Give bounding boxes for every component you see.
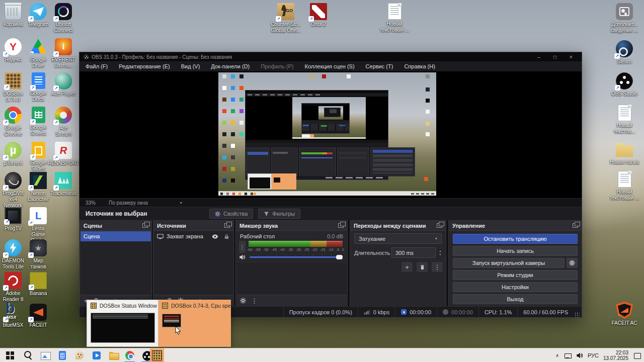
desktop-icon-text-file-1[interactable]: Новый текстов...: [609, 105, 640, 135]
mixer-settings-gear-icon[interactable]: [240, 298, 246, 304]
close-button[interactable]: ×: [565, 54, 578, 60]
network-icon[interactable]: [564, 351, 572, 359]
tray-chevron-up-icon[interactable]: ∧: [555, 353, 559, 358]
desktop-icon-google-drive[interactable]: ↗Google Drive: [25, 38, 51, 69]
stop-streaming-button[interactable]: Остановить трансляцию: [453, 234, 578, 244]
desktop-icon-trackmania[interactable]: ↗Trackmania: [50, 172, 76, 197]
menu-edit[interactable]: Редактирование (E): [119, 63, 170, 69]
language-indicator[interactable]: РУС: [588, 352, 599, 358]
duration-input[interactable]: 300 ms: [391, 247, 436, 258]
desktop-icon-lesta-game-center[interactable]: ↗Lesta Game Center: [25, 207, 51, 244]
menu-view[interactable]: Вид (V): [181, 63, 200, 69]
desktop-icon-yandex[interactable]: ↗Яндекс: [0, 38, 26, 63]
popout-icon[interactable]: [338, 223, 344, 228]
resize-grip[interactable]: [575, 312, 580, 317]
popout-icon[interactable]: [573, 223, 578, 228]
desktop-icon-everest[interactable]: ↗EVEREST Ultima...: [50, 38, 76, 69]
taskbar-movies-icon[interactable]: [91, 349, 103, 361]
menu-scene-collection[interactable]: Коллекция сцен (S): [304, 63, 354, 69]
desktop-icon-nexon-launcher[interactable]: ↗Nexon Launcher: [25, 172, 51, 203]
menu-help[interactable]: Справка (H): [404, 63, 435, 69]
exit-button[interactable]: Выход: [453, 294, 578, 304]
chevron-down-icon[interactable]: ▾: [180, 201, 182, 205]
taskbar-photos-icon[interactable]: [39, 349, 51, 361]
transition-menu-button[interactable]: ⋮: [432, 262, 443, 272]
desktop-icon-progtv[interactable]: ↗ProgTV: [0, 207, 26, 232]
desktop-icon-obs-studio[interactable]: ↗OBS Studio: [609, 72, 640, 97]
start-virtual-camera-button[interactable]: Запуск виртуальной камеры: [453, 258, 565, 268]
desktop-icon-rennsport[interactable]: ↗RENNSPORT: [50, 142, 76, 166]
desktop-icon-google-sheets[interactable]: ↗Google Sheets: [25, 107, 51, 137]
desktop-icon-photo-info[interactable]: Дополнит... сведения ...: [609, 3, 640, 34]
desktop-icon-google-docs[interactable]: ↗Google Docs: [25, 72, 51, 103]
studio-mode-button[interactable]: Режим студии: [453, 270, 578, 280]
maximize-button[interactable]: □: [548, 54, 561, 60]
taskbar-dosbox-button[interactable]: [150, 348, 164, 362]
desktop-icon-utorrent[interactable]: ↗µTorrent: [0, 142, 26, 166]
desktop-icon-steam[interactable]: ↗Steam: [609, 40, 640, 65]
desktop-icon-faceit[interactable]: ↗FACEIT: [25, 304, 51, 328]
volume-icon[interactable]: [576, 352, 583, 359]
menu-docks[interactable]: Док-панели (D): [211, 63, 250, 69]
desktop-icon-faceit-ac[interactable]: ↗FACEIT AC: [609, 302, 640, 326]
obs-titlebar[interactable]: OBS 31.0.3 - Профиль: Без названия - Сце…: [79, 52, 582, 61]
desktop-icon-google-chrome[interactable]: ↗Google Chrome: [0, 107, 26, 137]
desktop-icon-dosbox[interactable]: ↗DOSBox 0.74-3: [0, 72, 26, 103]
dosbox-status-window-thumbnail[interactable]: DOSBox Status Window: [87, 300, 158, 347]
desktop-icon-mir-tankov[interactable]: ↗Мир танков: [25, 239, 51, 270]
preview-canvas[interactable]: [79, 71, 582, 198]
speaker-icon[interactable]: [239, 254, 246, 260]
taskbar-chrome-button[interactable]: [123, 348, 137, 362]
popout-icon[interactable]: [224, 223, 230, 228]
start-recording-button[interactable]: Начать запись: [453, 246, 578, 256]
desktop-icon-ace-stream[interactable]: ↗Ace Stream: [50, 107, 76, 137]
taskbar-explorer-icon[interactable]: [108, 349, 120, 361]
desktop-icon-ace-player[interactable]: ↗Ace Player: [50, 72, 76, 97]
desktop-icon-bluemsx[interactable]: ↗blueMSX: [0, 304, 26, 328]
desktop-icon-new-folder[interactable]: Новая папка: [609, 141, 640, 165]
desktop-icon-csgo[interactable]: ↗Counter-Str... Global Offe...: [270, 3, 301, 34]
duration-spinner[interactable]: ▴▾: [437, 247, 443, 258]
desktop-icon-ubisoft-connect[interactable]: ↗Ubisoft Connect: [50, 3, 76, 34]
scenes-list[interactable]: Сцена: [80, 231, 151, 295]
visibility-eye-icon[interactable]: [212, 233, 218, 240]
desktop-icon-recycle-bin[interactable]: Корзина: [0, 3, 26, 28]
lock-icon[interactable]: [223, 233, 230, 240]
desktop-icon-daemon-tools[interactable]: ↗DAEMON Tools Lite: [0, 239, 26, 270]
desktop-icon-telegram[interactable]: ↗Telegram: [25, 3, 51, 28]
filters-button[interactable]: Фильтры: [258, 209, 300, 219]
menu-tools[interactable]: Сервис (T): [366, 63, 393, 69]
taskbar-calculator-icon[interactable]: [56, 349, 68, 361]
taskbar-search-icon[interactable]: [22, 349, 34, 361]
menu-profile[interactable]: Профиль (P): [261, 63, 293, 69]
add-transition-button[interactable]: +: [401, 262, 413, 272]
virtual-camera-settings-button[interactable]: [567, 258, 578, 268]
taskbar-paint-icon[interactable]: [73, 349, 86, 361]
desktop-icon-banana[interactable]: ↗Banana: [25, 272, 51, 297]
settings-button[interactable]: Настройки: [453, 282, 578, 292]
popout-icon[interactable]: [142, 223, 148, 228]
remove-transition-button[interactable]: [417, 262, 428, 272]
start-button[interactable]: [4, 349, 16, 361]
dosbox-game-thumbnail[interactable]: DOSBox 0.74-3, Cpu spe...×: [158, 300, 231, 347]
popout-icon[interactable]: [437, 223, 442, 228]
desktop-icon-google-slides[interactable]: ↗Google Slides: [25, 142, 51, 172]
clock[interactable]: 22:03 13.07.2025: [603, 350, 628, 361]
action-center-icon[interactable]: [633, 351, 641, 359]
menu-file[interactable]: Файл (F): [86, 63, 108, 69]
mixer-channel-menu-button[interactable]: ⋮: [239, 241, 246, 253]
minimize-button[interactable]: –: [532, 54, 545, 60]
sources-list[interactable]: Захват экрана: [154, 231, 233, 295]
scene-item-selected[interactable]: Сцена: [80, 231, 151, 241]
volume-slider-handle[interactable]: [336, 255, 343, 259]
mixer-menu-button[interactable]: ⋮: [251, 298, 258, 304]
desktop-icon-adobe-reader[interactable]: ↗Adobe Reader 8: [0, 272, 26, 303]
desktop-icon-dota2[interactable]: ↗Dota 2: [304, 3, 333, 28]
desktop-icon-text-file-top[interactable]: Новый текстовый ...: [378, 3, 411, 33]
zoom-mode-select[interactable]: По размеру окна: [109, 200, 148, 206]
source-item[interactable]: Захват экрана: [154, 231, 233, 241]
desktop-icon-text-file-2[interactable]: Новый текстовый ...: [609, 171, 640, 201]
volume-slider[interactable]: [250, 256, 343, 258]
transition-select[interactable]: Затухание ▾: [354, 233, 442, 244]
properties-button[interactable]: Свойства: [209, 209, 253, 219]
